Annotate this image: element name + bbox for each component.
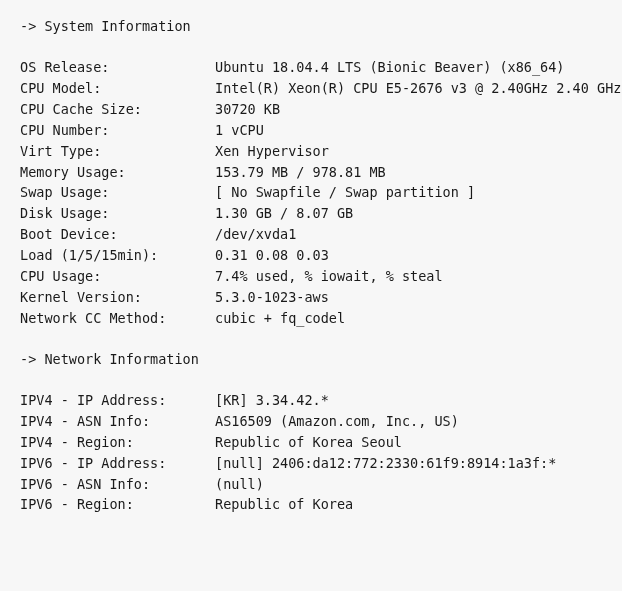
row-ipv6-address: IPV6 - IP Address:[null] 2406:da12:772:2… (20, 453, 602, 474)
value-disk-usage: 1.30 GB / 8.07 GB (215, 203, 353, 224)
row-os-release: OS Release:Ubuntu 18.04.4 LTS (Bionic Be… (20, 57, 602, 78)
value-kernel-version: 5.3.0-1023-aws (215, 287, 329, 308)
system-info-header: -> System Information (20, 16, 602, 37)
label-cpu-cache: CPU Cache Size: (20, 99, 215, 120)
system-info-rows: OS Release:Ubuntu 18.04.4 LTS (Bionic Be… (20, 57, 602, 329)
label-cpu-model: CPU Model: (20, 78, 215, 99)
label-memory-usage: Memory Usage: (20, 162, 215, 183)
value-cpu-model: Intel(R) Xeon(R) CPU E5-2676 v3 @ 2.40GH… (215, 78, 621, 99)
label-ipv4-address: IPV4 - IP Address: (20, 390, 215, 411)
value-virt-type: Xen Hypervisor (215, 141, 329, 162)
value-ipv6-region: Republic of Korea (215, 494, 353, 515)
row-cpu-cache: CPU Cache Size:30720 KB (20, 99, 602, 120)
value-load: 0.31 0.08 0.03 (215, 245, 329, 266)
value-ipv6-address: [null] 2406:da12:772:2330:61f9:8914:1a3f… (215, 453, 556, 474)
row-swap-usage: Swap Usage:[ No Swapfile / Swap partitio… (20, 182, 602, 203)
label-cc-method: Network CC Method: (20, 308, 215, 329)
value-boot-device: /dev/xvda1 (215, 224, 296, 245)
row-ipv4-asn: IPV4 - ASN Info:AS16509 (Amazon.com, Inc… (20, 411, 602, 432)
row-kernel-version: Kernel Version:5.3.0-1023-aws (20, 287, 602, 308)
row-memory-usage: Memory Usage:153.79 MB / 978.81 MB (20, 162, 602, 183)
label-boot-device: Boot Device: (20, 224, 215, 245)
label-disk-usage: Disk Usage: (20, 203, 215, 224)
row-cpu-model: CPU Model:Intel(R) Xeon(R) CPU E5-2676 v… (20, 78, 602, 99)
value-ipv4-region: Republic of Korea Seoul (215, 432, 402, 453)
value-ipv4-address: [KR] 3.34.42.* (215, 390, 329, 411)
network-info-rows: IPV4 - IP Address:[KR] 3.34.42.* IPV4 - … (20, 390, 602, 516)
row-ipv4-address: IPV4 - IP Address:[KR] 3.34.42.* (20, 390, 602, 411)
label-load: Load (1/5/15min): (20, 245, 215, 266)
value-cc-method: cubic + fq_codel (215, 308, 345, 329)
row-boot-device: Boot Device:/dev/xvda1 (20, 224, 602, 245)
value-memory-usage: 153.79 MB / 978.81 MB (215, 162, 386, 183)
value-ipv4-asn: AS16509 (Amazon.com, Inc., US) (215, 411, 459, 432)
row-cpu-usage: CPU Usage:7.4% used, % iowait, % steal (20, 266, 602, 287)
label-cpu-number: CPU Number: (20, 120, 215, 141)
label-ipv4-asn: IPV4 - ASN Info: (20, 411, 215, 432)
label-ipv6-asn: IPV6 - ASN Info: (20, 474, 215, 495)
row-cpu-number: CPU Number:1 vCPU (20, 120, 602, 141)
value-cpu-number: 1 vCPU (215, 120, 264, 141)
value-swap-usage: [ No Swapfile / Swap partition ] (215, 182, 475, 203)
label-ipv6-region: IPV6 - Region: (20, 494, 215, 515)
value-os-release: Ubuntu 18.04.4 LTS (Bionic Beaver) (x86_… (215, 57, 565, 78)
row-ipv6-asn: IPV6 - ASN Info: (null) (20, 474, 602, 495)
network-info-header: -> Network Information (20, 349, 602, 370)
label-os-release: OS Release: (20, 57, 215, 78)
label-swap-usage: Swap Usage: (20, 182, 215, 203)
label-ipv4-region: IPV4 - Region: (20, 432, 215, 453)
value-ipv6-asn: (null) (215, 474, 264, 495)
row-virt-type: Virt Type:Xen Hypervisor (20, 141, 602, 162)
value-cpu-usage: 7.4% used, % iowait, % steal (215, 266, 443, 287)
label-cpu-usage: CPU Usage: (20, 266, 215, 287)
row-ipv4-region: IPV4 - Region:Republic of Korea Seoul (20, 432, 602, 453)
label-ipv6-address: IPV6 - IP Address: (20, 453, 215, 474)
row-disk-usage: Disk Usage:1.30 GB / 8.07 GB (20, 203, 602, 224)
label-virt-type: Virt Type: (20, 141, 215, 162)
row-load: Load (1/5/15min):0.31 0.08 0.03 (20, 245, 602, 266)
row-ipv6-region: IPV6 - Region: Republic of Korea (20, 494, 602, 515)
row-cc-method: Network CC Method:cubic + fq_codel (20, 308, 602, 329)
label-kernel-version: Kernel Version: (20, 287, 215, 308)
value-cpu-cache: 30720 KB (215, 99, 280, 120)
